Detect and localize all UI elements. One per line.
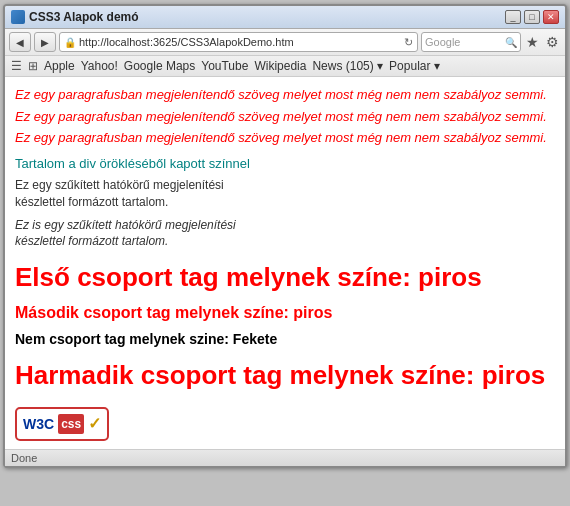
title-bar: CSS3 Alapok demó _ □ ✕ (5, 6, 565, 29)
reader-icon[interactable]: ☰ (11, 59, 22, 73)
narrow-content-1: Ez egy szűkített hatókörű megjelenítési … (15, 177, 245, 211)
bookmark-yahoo[interactable]: Yahoo! (81, 59, 118, 73)
bookmark-apple[interactable]: Apple (44, 59, 75, 73)
navigation-toolbar: ◀ ▶ 🔒 http://localhost:3625/CSS3AlapokDe… (5, 29, 565, 56)
narrow-content-2: Ez is egy szűkített hatókörű megjeleníté… (15, 217, 245, 251)
heading-second-group: Második csoport tag melynek színe: piros (15, 301, 555, 325)
window-controls: _ □ ✕ (505, 10, 559, 24)
w3c-badge: W3C css ✓ (15, 407, 109, 441)
css-text: css (58, 414, 84, 434)
bookmark-wikipedia[interactable]: Wikipedia (254, 59, 306, 73)
status-text: Done (11, 452, 37, 464)
back-button[interactable]: ◀ (9, 32, 31, 52)
grid-icon[interactable]: ⊞ (28, 59, 38, 73)
bookmark-news-dropdown[interactable]: News (105) ▾ (312, 59, 383, 73)
search-input-text[interactable]: Google (425, 36, 503, 48)
search-icon: 🔍 (505, 37, 517, 48)
browser-icon (11, 10, 25, 24)
checkmark-icon: ✓ (88, 412, 101, 436)
paragraph-red-1: Ez egy paragrafusban megjelenítendő szöv… (15, 85, 555, 105)
title-bar-left: CSS3 Alapok demó (11, 10, 139, 24)
settings-button[interactable]: ⚙ (544, 34, 561, 50)
heading-fourth-group: Harmadik csoport tag melynek színe: piro… (15, 356, 555, 395)
close-button[interactable]: ✕ (543, 10, 559, 24)
bookmark-googlemaps[interactable]: Google Maps (124, 59, 195, 73)
browser-window: CSS3 Alapok demó _ □ ✕ ◀ ▶ 🔒 http://loca… (3, 4, 567, 468)
search-bar[interactable]: Google 🔍 (421, 32, 521, 52)
status-bar: Done (5, 449, 565, 466)
heading-third-group: Nem csoport tag melynek szine: Fekete (15, 329, 555, 350)
bookmark-youtube[interactable]: YouTube (201, 59, 248, 73)
address-text: http://localhost:3625/CSS3AlapokDemo.htm (79, 36, 401, 48)
refresh-button[interactable]: ↻ (404, 36, 413, 49)
window-title: CSS3 Alapok demó (29, 10, 139, 24)
forward-button[interactable]: ▶ (34, 32, 56, 52)
paragraph-red-2: Ez egy paragrafusban megjelenítendő szöv… (15, 107, 555, 127)
bookmarks-bar: ☰ ⊞ Apple Yahoo! Google Maps YouTube Wik… (5, 56, 565, 77)
w3c-text: W3C (23, 414, 54, 435)
bookmark-popular-dropdown[interactable]: Popular ▾ (389, 59, 440, 73)
paragraph-red-3: Ez egy paragrafusban megjelenítendő szöv… (15, 128, 555, 148)
star-button[interactable]: ★ (524, 34, 541, 50)
page-content: Ez egy paragrafusban megjelenítendő szöv… (5, 77, 565, 449)
address-bar[interactable]: 🔒 http://localhost:3625/CSS3AlapokDemo.h… (59, 32, 418, 52)
heading-first-group: Első csoport tag melynek színe: piros (15, 258, 555, 297)
address-lock-icon: 🔒 (64, 37, 76, 48)
maximize-button[interactable]: □ (524, 10, 540, 24)
inherited-color-title: Tartalom a div örökléséből kapott színne… (15, 154, 555, 174)
minimize-button[interactable]: _ (505, 10, 521, 24)
